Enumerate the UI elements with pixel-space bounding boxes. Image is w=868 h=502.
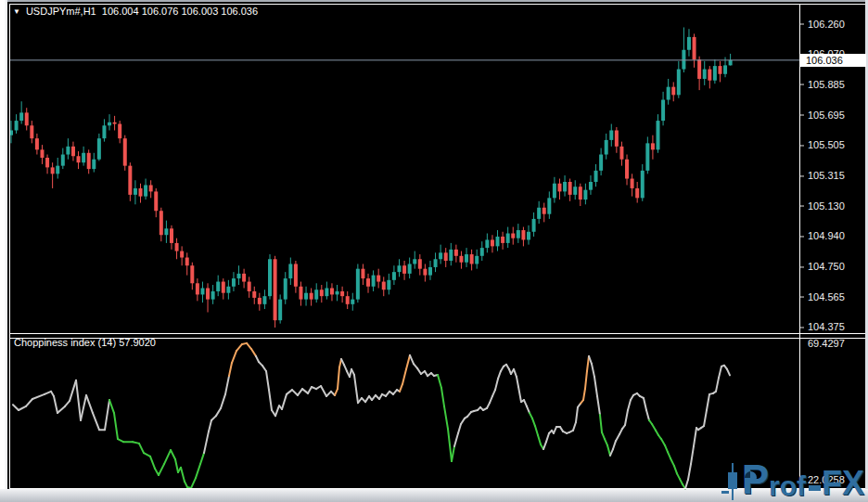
candle-body xyxy=(211,291,215,300)
choppiness-line-segment xyxy=(652,424,656,431)
price-tick-label: 105.885 xyxy=(808,79,845,91)
candle-body xyxy=(216,282,220,291)
choppiness-line-segment xyxy=(175,459,178,472)
candle-body xyxy=(82,153,85,162)
choppiness-line-segment xyxy=(275,405,279,416)
choppiness-line-segment xyxy=(517,377,518,387)
candle-body xyxy=(625,160,629,179)
candle-body xyxy=(439,252,442,259)
choppiness-line-segment xyxy=(81,395,86,420)
choppiness-line-segment xyxy=(65,401,70,406)
price-tick-label: 104.750 xyxy=(808,261,845,273)
candle-body xyxy=(160,211,163,235)
choppiness-line-segment xyxy=(532,418,535,426)
candle-body xyxy=(511,234,515,238)
candle-body xyxy=(325,288,328,296)
candle-body xyxy=(284,278,287,300)
choppiness-line-segment xyxy=(282,394,287,409)
candle-body xyxy=(66,147,70,155)
indicator-label[interactable]: Choppiness index (14) 57.9020 xyxy=(14,337,156,348)
chart-canvas[interactable] xyxy=(0,0,868,502)
candle-body xyxy=(641,171,645,198)
candle-body xyxy=(45,158,49,167)
candle-body xyxy=(288,264,292,278)
price-tick-label: 104.940 xyxy=(808,230,845,242)
choppiness-line-segment xyxy=(321,386,326,396)
candle-body xyxy=(30,125,33,138)
mt4-chart-window: ▼USDJPYm#,H1 106.004 106.076 106.003 106… xyxy=(0,0,868,502)
candle-body xyxy=(304,293,308,300)
candle-body xyxy=(454,250,458,256)
choppiness-line-segment xyxy=(256,356,259,362)
choppiness-line-segment xyxy=(410,355,414,364)
candle-body xyxy=(459,256,463,263)
choppiness-line-segment xyxy=(444,406,448,429)
choppiness-line-segment xyxy=(185,482,187,487)
choppiness-line-segment xyxy=(727,369,730,375)
candle-body xyxy=(294,264,298,286)
choppiness-line-segment xyxy=(694,428,696,446)
candle-body xyxy=(423,269,427,276)
choppiness-line-segment xyxy=(661,439,665,445)
candle-body xyxy=(599,155,603,171)
candle-body xyxy=(71,147,75,156)
candle-body xyxy=(594,171,598,182)
symbol-period-label: USDJPYm#,H1 xyxy=(26,6,96,17)
candle-body xyxy=(232,278,236,287)
choppiness-line-segment xyxy=(585,371,587,389)
candle-body xyxy=(449,250,453,261)
candle-body xyxy=(377,276,380,282)
candle-body xyxy=(336,291,339,294)
candle-body xyxy=(402,265,406,274)
price-tick-label: 105.315 xyxy=(808,170,845,182)
choppiness-line-segment xyxy=(707,394,709,410)
choppiness-line-segment xyxy=(229,363,232,376)
candle-body xyxy=(180,251,184,258)
choppiness-line-segment xyxy=(45,392,51,394)
price-tick-label: 105.695 xyxy=(808,109,845,122)
choppiness-line-segment xyxy=(32,394,45,399)
choppiness-line-segment xyxy=(232,351,236,363)
indicator-current-value: 57.9020 xyxy=(119,337,156,348)
choppiness-line-segment xyxy=(354,375,358,403)
choppiness-line-segment xyxy=(441,388,444,406)
choppiness-line-segment xyxy=(605,439,607,445)
candle-body xyxy=(51,167,55,174)
candle-body xyxy=(248,282,251,291)
choppiness-line-segment xyxy=(292,390,298,395)
chart-title[interactable]: ▼USDJPYm#,H1 106.004 106.076 106.003 106… xyxy=(13,6,258,17)
candle-body xyxy=(226,287,230,293)
logo-dash xyxy=(809,485,821,491)
choppiness-line-segment xyxy=(144,453,150,457)
candle-body xyxy=(651,143,655,149)
choppiness-line-segment xyxy=(159,464,164,475)
candle-body xyxy=(408,264,412,273)
candle-body xyxy=(667,87,670,100)
candle-body xyxy=(532,219,536,232)
candle-body xyxy=(573,187,577,195)
choppiness-line-segment xyxy=(365,396,369,402)
choppiness-line-segment xyxy=(93,413,99,430)
candle-body xyxy=(134,188,137,195)
candle-body xyxy=(237,274,241,278)
choppiness-line-segment xyxy=(719,367,721,378)
candle-body xyxy=(537,208,541,219)
candle-body xyxy=(697,59,701,79)
candle-body xyxy=(619,147,623,160)
choppiness-line-segment xyxy=(406,355,410,369)
choppiness-line-segment xyxy=(54,396,57,413)
candle-body xyxy=(190,265,194,283)
candle-body xyxy=(102,125,106,138)
chevron-down-icon[interactable]: ▼ xyxy=(13,7,20,16)
candle-body xyxy=(418,259,422,268)
pie-icon xyxy=(745,471,757,483)
candle-body xyxy=(118,124,121,139)
choppiness-line-segment xyxy=(616,434,619,441)
choppiness-line-segment xyxy=(155,469,159,475)
choppiness-line-segment xyxy=(461,418,465,424)
choppiness-line-segment xyxy=(438,375,441,388)
choppiness-line-segment xyxy=(674,466,677,473)
choppiness-line-segment xyxy=(118,439,123,442)
choppiness-line-segment xyxy=(225,376,229,394)
candle-body xyxy=(687,37,691,50)
